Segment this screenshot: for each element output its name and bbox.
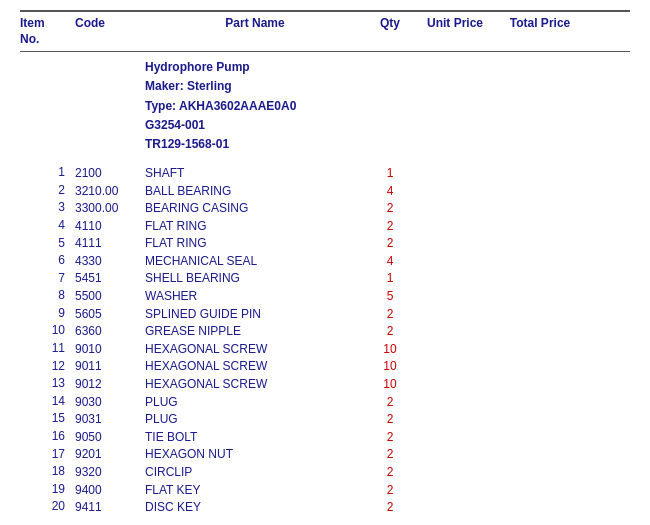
header-totalprice: Total Price [495,16,585,30]
cell-partname: HEXAGON NUT [145,447,365,461]
cell-qty: 2 [365,324,415,338]
cell-item: 6 [20,253,75,269]
cell-partname: PLUG [145,412,365,426]
header-unitprice: Unit Price [415,16,495,30]
cell-item: 14 [20,394,75,410]
cell-qty: 2 [365,500,415,514]
cell-code: 4111 [75,236,145,250]
cell-qty: 2 [365,201,415,215]
cell-qty: 4 [365,254,415,268]
cell-code: 4110 [75,219,145,233]
top-border [20,10,630,12]
cell-qty: 2 [365,236,415,250]
cell-code: 9012 [75,377,145,391]
cell-item: 12 [20,359,75,375]
cell-code: 6360 [75,324,145,338]
cell-code: 3300.00 [75,201,145,215]
table-row: 9 5605 SPLINED GUIDE PIN 2 [20,305,630,323]
table-row: 18 9320 CIRCLIP 2 [20,463,630,481]
cell-qty: 2 [365,219,415,233]
table-row: 14 9030 PLUG 2 [20,393,630,411]
cell-item: 3 [20,200,75,216]
cell-code: 5605 [75,307,145,321]
cell-qty: 1 [365,166,415,180]
cell-qty: 2 [365,447,415,461]
cell-item: 16 [20,429,75,445]
cell-partname: FLAT RING [145,219,365,233]
pump-info: Hydrophore Pump Maker: Sterling Type: AK… [145,58,630,154]
cell-partname: FLAT RING [145,236,365,250]
cell-partname: CIRCLIP [145,465,365,479]
cell-code: 4330 [75,254,145,268]
header-item: Item No. [20,16,75,47]
cell-partname: TIE BOLT [145,430,365,444]
table-row: 20 9411 DISC KEY 2 [20,498,630,516]
table-body: 1 2100 SHAFT 1 2 3210.00 BALL BEARING 4 … [20,164,630,516]
table-row: 5 4111 FLAT RING 2 [20,235,630,253]
cell-partname: SHAFT [145,166,365,180]
cell-qty: 5 [365,289,415,303]
cell-partname: HEXAGONAL SCREW [145,359,365,373]
cell-item: 11 [20,341,75,357]
cell-code: 9201 [75,447,145,461]
cell-qty: 2 [365,395,415,409]
cell-item: 17 [20,447,75,463]
cell-partname: PLUG [145,395,365,409]
cell-partname: FLAT KEY [145,483,365,497]
pump-type: Type: AKHA3602AAAE0A0 [145,97,630,116]
header-code: Code [75,16,145,30]
cell-partname: SHELL BEARING [145,271,365,285]
cell-item: 7 [20,271,75,287]
cell-qty: 10 [365,377,415,391]
cell-partname: HEXAGONAL SCREW [145,342,365,356]
cell-item: 10 [20,323,75,339]
cell-code: 9050 [75,430,145,444]
table-row: 6 4330 MECHANICAL SEAL 4 [20,252,630,270]
cell-qty: 2 [365,412,415,426]
cell-item: 20 [20,499,75,515]
cell-qty: 2 [365,430,415,444]
cell-code: 5500 [75,289,145,303]
cell-qty: 2 [365,307,415,321]
cell-code: 9031 [75,412,145,426]
cell-qty: 2 [365,483,415,497]
cell-item: 8 [20,288,75,304]
pump-code1: G3254-001 [145,116,630,135]
cell-partname: WASHER [145,289,365,303]
cell-item: 4 [20,218,75,234]
table-header: Item No. Code Part Name Qty Unit Price T… [20,16,630,52]
cell-partname: MECHANICAL SEAL [145,254,365,268]
table-row: 3 3300.00 BEARING CASING 2 [20,199,630,217]
table-row: 17 9201 HEXAGON NUT 2 [20,446,630,464]
table-row: 11 9010 HEXAGONAL SCREW 10 [20,340,630,358]
table-row: 13 9012 HEXAGONAL SCREW 10 [20,375,630,393]
cell-code: 3210.00 [75,184,145,198]
table-row: 10 6360 GREASE NIPPLE 2 [20,322,630,340]
table-row: 19 9400 FLAT KEY 2 [20,481,630,499]
pump-name: Hydrophore Pump [145,58,630,77]
table-row: 12 9011 HEXAGONAL SCREW 10 [20,358,630,376]
cell-item: 13 [20,376,75,392]
cell-code: 2100 [75,166,145,180]
cell-code: 9320 [75,465,145,479]
cell-item: 19 [20,482,75,498]
header-qty: Qty [365,16,415,30]
cell-qty: 10 [365,359,415,373]
cell-qty: 1 [365,271,415,285]
cell-item: 2 [20,183,75,199]
cell-partname: SPLINED GUIDE PIN [145,307,365,321]
cell-code: 9010 [75,342,145,356]
cell-item: 9 [20,306,75,322]
pump-maker: Maker: Sterling [145,77,630,96]
cell-item: 15 [20,411,75,427]
table-row: 7 5451 SHELL BEARING 1 [20,270,630,288]
table-row: 8 5500 WASHER 5 [20,287,630,305]
table-row: 1 2100 SHAFT 1 [20,164,630,182]
cell-item: 18 [20,464,75,480]
header-partname: Part Name [145,16,365,30]
table-row: 16 9050 TIE BOLT 2 [20,428,630,446]
cell-partname: DISC KEY [145,500,365,514]
cell-code: 9030 [75,395,145,409]
table-row: 4 4110 FLAT RING 2 [20,217,630,235]
cell-item: 1 [20,165,75,181]
